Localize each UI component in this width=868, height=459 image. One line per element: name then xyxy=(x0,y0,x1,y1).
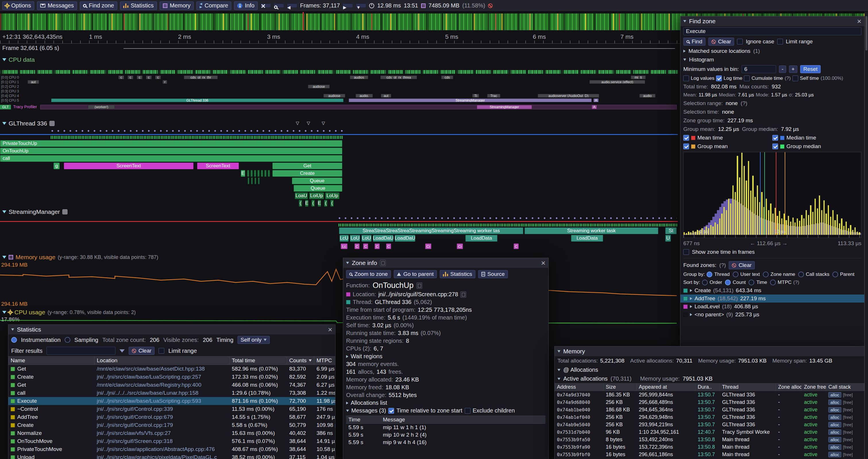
timeline-zone[interactable]: audio.service (effect) xyxy=(589,80,645,84)
copy-icon[interactable] xyxy=(460,291,466,298)
timeline-zone[interactable]: audioserver (AudioOut_D) xyxy=(538,94,599,98)
timeline-zone[interactable]: LoUp xyxy=(325,192,340,199)
timeline-zone[interactable]: ScreenText xyxy=(197,162,239,169)
messages-button[interactable]: Messages xyxy=(37,1,77,10)
timeline-zone[interactable]: c xyxy=(118,75,124,79)
timeline-zone[interactable]: audiose xyxy=(308,85,330,89)
column-header[interactable]: Thread xyxy=(720,384,776,391)
streamingmanager-header[interactable]: StreamingManager xyxy=(2,208,67,215)
table-row[interactable]: PrivateTouchMove jni/../jni/src/claw/app… xyxy=(8,445,335,453)
timing-select[interactable]: Self only xyxy=(238,336,270,344)
statistics-button[interactable]: Statistics xyxy=(440,270,475,278)
alloc-callstack-button[interactable]: alloc xyxy=(828,429,841,435)
messages-row[interactable]: Messages (3) Time relative to zone start… xyxy=(343,407,548,415)
timeline-zone[interactable] xyxy=(254,177,256,184)
message-marker-icon[interactable]: ▽ xyxy=(307,121,310,126)
timeline-zone[interactable] xyxy=(248,177,249,184)
allocation-row[interactable]: 0x7553b9fa50 8 bytes 153,492,240ns 13:50… xyxy=(555,436,864,443)
timeline-zone[interactable]: c xyxy=(146,75,152,79)
timeline-zone[interactable]: Trac xyxy=(487,94,500,98)
exclude-children-checkbox[interactable] xyxy=(465,408,470,414)
sampling-radio[interactable] xyxy=(65,337,70,343)
tools-button[interactable] xyxy=(260,3,271,8)
help-icon[interactable]: (?) xyxy=(785,75,791,81)
timeline-zone[interactable]: LoiUp xyxy=(309,192,324,199)
timeline-zone[interactable]: aut xyxy=(28,80,39,84)
allocations-section-header[interactable]: @ Allocations xyxy=(555,365,864,374)
column-header[interactable]: Time xyxy=(346,416,380,423)
timeline-zone[interactable] xyxy=(268,170,270,177)
zoom-to-zone-button[interactable]: Zoom to zone xyxy=(346,270,391,278)
min-bin-input[interactable] xyxy=(742,65,776,73)
found-zone-row[interactable]: AddTree (18,542) 227.19 ms xyxy=(680,295,864,302)
legend-checkbox[interactable] xyxy=(683,143,689,149)
ignore-case-checkbox[interactable] xyxy=(737,39,743,44)
message-row[interactable]: 5.59 s mip 11 w 1 h 1 (1) xyxy=(346,424,546,431)
close-icon[interactable]: × xyxy=(541,259,546,267)
timeline-zone[interactable]: A xyxy=(592,105,597,109)
timeline-zone[interactable]: Queue xyxy=(292,177,342,184)
timeline-zone[interactable] xyxy=(264,170,267,177)
timeline-zone[interactable]: LoaU xyxy=(295,192,308,199)
close-icon[interactable]: × xyxy=(328,326,332,333)
log-values-checkbox[interactable] xyxy=(683,75,689,81)
timeline-zone[interactable]: C xyxy=(514,243,519,249)
next-frame-button[interactable]: ▶ xyxy=(343,3,353,8)
column-header[interactable]: Total time xyxy=(229,357,287,365)
timeline-zone[interactable]: A xyxy=(593,98,598,102)
timeline-zone[interactable]: Ci xyxy=(457,243,463,249)
timeline-zone[interactable]: mi_ti xyxy=(631,75,646,79)
memory-usage-graph[interactable] xyxy=(0,264,678,301)
timeline-zone[interactable]: LcU xyxy=(340,235,349,242)
table-row[interactable]: OnTouchMove jni/../jni/src/guif/Screen.c… xyxy=(8,437,335,445)
timeline-zone[interactable] xyxy=(254,170,256,177)
copy-icon[interactable] xyxy=(416,283,422,289)
statistics-button[interactable]: Statistics xyxy=(120,1,157,10)
show-zone-time-checkbox[interactable] xyxy=(683,249,689,255)
thread-value[interactable]: GLThread 336 xyxy=(375,299,412,305)
allocation-row[interactable]: 0x7553b9fa90 16 bytes 153,722,396ns 13:5… xyxy=(555,443,864,451)
timeline-zone[interactable]: Ti xyxy=(472,94,479,98)
wait-regions-row[interactable]: Wait regions xyxy=(343,353,548,360)
matched-source-row[interactable]: Matched source locations (1) xyxy=(680,47,864,56)
timeline-zone[interactable]: c xyxy=(127,75,133,79)
group-by-option[interactable]: Zone name xyxy=(763,271,795,277)
table-row[interactable]: AddTree jni/../jni/src/guif/Control.cpp:… xyxy=(8,413,335,421)
find-zone-input[interactable] xyxy=(683,27,861,35)
timeline-zone[interactable] xyxy=(258,177,260,184)
frame-menu-button[interactable]: ▼ xyxy=(356,3,366,8)
timeline-zone[interactable]: C xyxy=(363,243,368,249)
help-icon[interactable]: (?) xyxy=(793,280,799,285)
timeline-zone[interactable]: audios xyxy=(350,75,368,79)
memory-titlebar[interactable]: Memory xyxy=(555,347,864,356)
limit-range-checkbox[interactable] xyxy=(777,39,783,44)
timeline-zone[interactable]: ( xyxy=(324,200,328,207)
table-row[interactable]: Normalize jni/../jni/src/claw/vfs/Vfs.cp… xyxy=(8,429,335,437)
filter-input[interactable] xyxy=(46,347,116,355)
time-relative-checkbox[interactable] xyxy=(388,408,394,414)
allocation-row[interactable]: 0x7553b9fbf0 16 bytes 296,661,186ns 13:5… xyxy=(555,451,864,458)
legend-item[interactable]: Mean time xyxy=(683,135,772,141)
timeline-zone[interactable]: Get xyxy=(272,162,342,169)
histogram-plot[interactable]: 1 µs 10 µs xyxy=(683,152,861,238)
column-header[interactable]: Location xyxy=(94,357,229,365)
sort-by-option[interactable]: Order xyxy=(702,280,722,285)
clear-button[interactable]: Clear xyxy=(129,347,155,355)
legend-item[interactable]: Median time xyxy=(772,135,861,141)
allocation-row[interactable]: 0x74ab1be040 186.68 KB 294,645,364ns 13:… xyxy=(555,406,864,413)
column-header[interactable]: MTPC xyxy=(314,357,336,365)
timeline-zone[interactable]: St xyxy=(665,227,677,234)
help-icon[interactable]: (?) xyxy=(719,262,726,268)
increase-bin-button[interactable]: + xyxy=(789,65,797,73)
column-header[interactable]: Zone alloc xyxy=(776,384,802,391)
timeline-zone[interactable]: g xyxy=(54,162,60,169)
help-icon[interactable]: (?) xyxy=(741,100,747,106)
legend-item[interactable]: Group mean xyxy=(683,143,772,150)
timeline-zone[interactable]: E xyxy=(241,170,245,177)
clear-button[interactable]: Clear xyxy=(708,38,734,46)
timeline-zone[interactable]: audiose xyxy=(323,94,345,98)
timeline-zone[interactable]: LoadDaU xyxy=(395,235,415,242)
timeline-zone[interactable]: ( xyxy=(299,200,302,207)
active-allocations-header[interactable]: Active allocations (70,311) Memory usage… xyxy=(555,374,864,383)
compare-button[interactable]: Compare xyxy=(196,1,231,10)
